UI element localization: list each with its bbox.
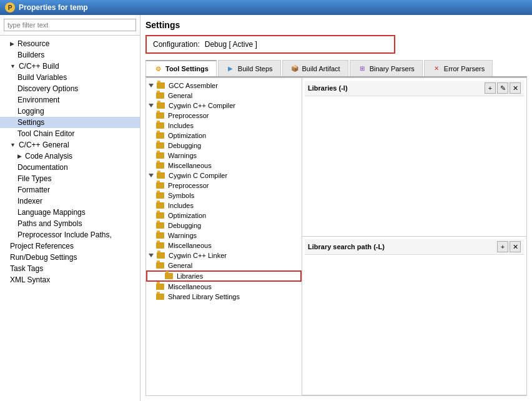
tool-item-warnings-c[interactable]: Warnings	[146, 230, 302, 240]
tool-item-general-linker[interactable]: General	[146, 260, 302, 270]
folder-icon	[156, 232, 164, 239]
folder-icon	[157, 172, 165, 179]
libraries-header: Libraries (-l) + ✎ ✕	[305, 81, 524, 96]
sidebar-item-task-tags[interactable]: Task Tags	[0, 263, 140, 274]
tool-item-label: GCC Assembler	[169, 82, 218, 89]
sidebar-item-discovery-options[interactable]: Discovery Options	[0, 83, 140, 94]
tool-item-label: General	[168, 92, 192, 99]
tool-item-cygwin-c-compiler[interactable]: Cygwin C Compiler	[146, 171, 302, 181]
sidebar-item-tool-chain-editor[interactable]: Tool Chain Editor	[0, 128, 140, 139]
expand-icon	[149, 174, 154, 177]
expand-icon	[149, 84, 154, 87]
tab-label: Binary Parsers	[370, 65, 415, 72]
sidebar-item-builders[interactable]: Builders	[0, 49, 140, 61]
sidebar-item-build-variables[interactable]: Build Variables	[0, 72, 140, 83]
sidebar-item-preprocessor-include-paths[interactable]: Preprocessor Include Paths,	[0, 229, 140, 240]
sidebar-item-project-references[interactable]: Project References	[0, 240, 140, 252]
tool-item-label: Libraries	[177, 272, 203, 280]
folder-icon	[156, 262, 164, 269]
tool-item-label: Debugging	[168, 222, 201, 229]
folder-icon	[156, 284, 164, 290]
folder-icon	[156, 202, 164, 209]
tab-build-artifact[interactable]: 📦 Build Artifact	[282, 60, 348, 76]
sidebar-item-run-debug-settings[interactable]: Run/Debug Settings	[0, 252, 140, 263]
tool-item-symbols-c[interactable]: Symbols	[146, 191, 302, 200]
tab-build-steps[interactable]: ▶ Build Steps	[218, 60, 281, 76]
sidebar-item-logging[interactable]: Logging	[0, 106, 140, 117]
tab-tool-settings[interactable]: ⚙ Tool Settings	[145, 60, 217, 76]
tool-item-cygwin-cpp-linker[interactable]: Cygwin C++ Linker	[146, 250, 302, 260]
sidebar-item-cpp-general[interactable]: ▼ C/C++ General	[0, 139, 140, 151]
tool-item-cygwin-cpp-compiler[interactable]: Cygwin C++ Compiler	[146, 101, 302, 111]
tool-item-miscellaneous-c[interactable]: Miscellaneous	[146, 240, 302, 250]
tool-item-includes-c[interactable]: Includes	[146, 200, 302, 210]
tool-item-label: Optimization	[168, 132, 206, 139]
sidebar-item-indexer[interactable]: Indexer	[0, 196, 140, 207]
tool-item-warnings-cpp[interactable]: Warnings	[146, 151, 302, 161]
libraries-remove-button[interactable]: ✕	[510, 82, 521, 94]
library-search-path-remove-button[interactable]: ✕	[510, 241, 521, 252]
sidebar-item-label: Tool Chain Editor	[17, 129, 74, 138]
nav-tree: ▶ Resource Builders ▼ C/C++ Build Build …	[0, 36, 140, 401]
tool-item-debugging-c[interactable]: Debugging	[146, 220, 302, 230]
tool-item-libraries[interactable]: Libraries	[146, 270, 302, 282]
tab-binary-parsers[interactable]: ⊞ Binary Parsers	[350, 60, 423, 76]
folder-icon	[156, 294, 164, 300]
tool-item-label: Debugging	[168, 142, 201, 149]
tool-item-label: Symbols	[168, 192, 194, 199]
filter-input[interactable]	[4, 19, 136, 31]
left-nav-panel: ▶ Resource Builders ▼ C/C++ Build Build …	[0, 15, 140, 401]
sidebar-item-resource[interactable]: ▶ Resource	[0, 38, 140, 49]
folder-icon	[156, 212, 164, 219]
arrow-icon: ▶	[10, 41, 14, 47]
title-bar: P Properties for temp	[0, 0, 532, 15]
library-search-path-add-button[interactable]: +	[497, 241, 508, 252]
sidebar-item-label: C/C++ Build	[19, 62, 59, 71]
sidebar-item-label: Builders	[17, 51, 44, 59]
tool-item-optimization-cpp[interactable]: Optimization	[146, 131, 302, 141]
sidebar-item-cpp-build[interactable]: ▼ C/C++ Build	[0, 61, 140, 72]
tab-error-parsers[interactable]: ✕ Error Parsers	[424, 60, 493, 76]
filter-box	[0, 15, 140, 36]
sidebar-item-xml-syntax[interactable]: XML Syntax	[0, 274, 140, 285]
tool-item-label: Miscellaneous	[168, 242, 212, 249]
folder-icon	[156, 152, 164, 159]
folder-icon	[156, 132, 164, 139]
tool-item-label: Warnings	[168, 232, 197, 239]
sidebar-item-label: XML Syntax	[10, 275, 50, 284]
config-label: Configuration:	[153, 40, 200, 49]
tool-item-label: Cygwin C++ Compiler	[169, 102, 235, 109]
tool-item-general-asm[interactable]: General	[146, 91, 302, 101]
tool-item-includes-cpp[interactable]: Includes	[146, 121, 302, 131]
tab-label: Tool Settings	[165, 65, 209, 72]
sidebar-item-label: Preprocessor Include Paths,	[17, 230, 112, 239]
sidebar-item-code-analysis[interactable]: ▶ Code Analysis	[0, 151, 140, 162]
tool-item-preprocessor-cpp[interactable]: Preprocessor	[146, 111, 302, 121]
library-search-path-actions: + ✕	[497, 241, 521, 252]
tool-item-label: Cygwin C++ Linker	[169, 252, 227, 259]
folder-icon	[165, 273, 173, 279]
tool-item-optimization-c[interactable]: Optimization	[146, 210, 302, 220]
tool-item-miscellaneous-cpp[interactable]: Miscellaneous	[146, 161, 302, 171]
sidebar-item-documentation[interactable]: Documentation	[0, 162, 140, 173]
tool-item-label: Optimization	[168, 212, 206, 219]
tool-item-debugging-cpp[interactable]: Debugging	[146, 141, 302, 151]
sidebar-item-formatter[interactable]: Formatter	[0, 184, 140, 196]
tool-item-miscellaneous-linker[interactable]: Miscellaneous	[146, 282, 302, 292]
sidebar-item-environment[interactable]: Environment	[0, 94, 140, 106]
tool-item-gcc-assembler[interactable]: GCC Assembler	[146, 81, 302, 91]
tool-item-preprocessor-c[interactable]: Preprocessor	[146, 181, 302, 191]
sidebar-item-paths-and-symbols[interactable]: Paths and Symbols	[0, 218, 140, 229]
tool-item-shared-library-settings[interactable]: Shared Library Settings	[146, 292, 302, 302]
sidebar-item-file-types[interactable]: File Types	[0, 173, 140, 184]
build-artifact-icon: 📦	[290, 64, 299, 73]
build-steps-icon: ▶	[226, 64, 235, 73]
folder-icon	[156, 162, 164, 169]
libraries-add-button[interactable]: +	[485, 82, 496, 94]
folder-icon	[156, 112, 164, 119]
right-panel: Settings Configuration: Debug [ Active ]…	[140, 15, 532, 401]
sidebar-item-settings[interactable]: Settings	[0, 117, 140, 128]
sidebar-item-language-mappings[interactable]: Language Mappings	[0, 207, 140, 218]
folder-icon	[157, 102, 165, 109]
libraries-edit-button[interactable]: ✎	[497, 82, 508, 94]
